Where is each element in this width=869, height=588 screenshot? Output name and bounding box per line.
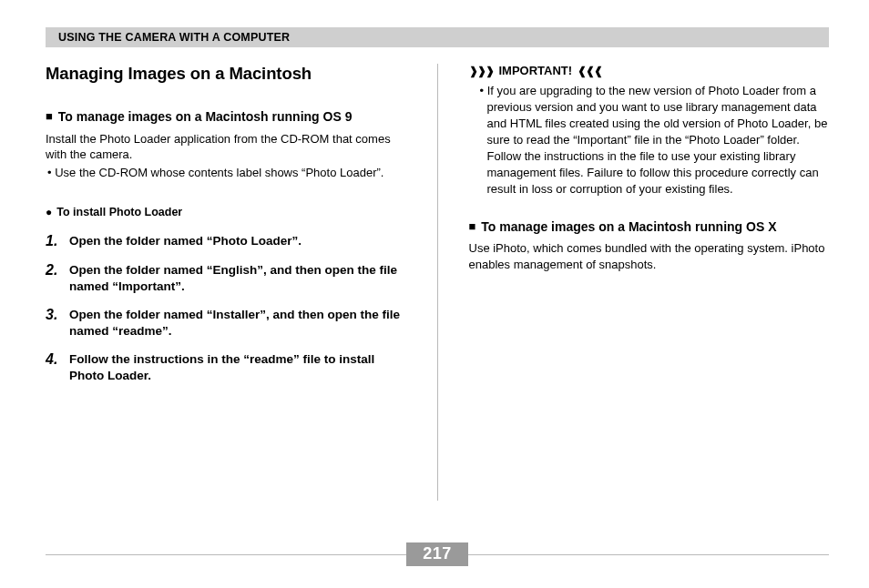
important-heading: ❱❱❱ IMPORTANT! ❰❰❰ [469, 64, 830, 77]
step-text: Open the folder named “Photo Loader”. [69, 233, 302, 249]
step-number: 2. [46, 262, 62, 279]
step-number: 1. [46, 233, 62, 249]
page-title: Managing Images on a Macintosh [46, 64, 406, 84]
install-subheading: ● To install Photo Loader [46, 206, 406, 218]
osx-body: Use iPhoto, which comes bundled with the… [469, 240, 830, 272]
footer-rule-right [468, 554, 829, 555]
square-bullet-icon: ■ [46, 109, 53, 125]
step-2: 2. Open the folder named “English”, and … [46, 262, 406, 294]
subheading-os9-text: To manage images on a Macintosh running … [58, 109, 353, 126]
important-body: • If you are upgrading to the new versio… [469, 83, 830, 198]
step-number: 3. [46, 307, 62, 323]
footer-rule-left [46, 554, 406, 555]
step-text: Follow the instructions in the “readme” … [69, 351, 406, 383]
intro-text: Install the Photo Loader application fro… [46, 131, 406, 163]
disc-bullet-icon: ● [46, 206, 52, 218]
important-label: IMPORTANT! [499, 64, 573, 77]
content-columns: Managing Images on a Macintosh ■ To mana… [46, 64, 829, 501]
subheading-os9: ■ To manage images on a Macintosh runnin… [46, 109, 406, 126]
step-number: 4. [46, 351, 62, 368]
step-text: Open the folder named “English”, and the… [69, 262, 406, 294]
step-text: Open the folder named “Installer”, and t… [69, 307, 406, 339]
step-4: 4. Follow the instructions in the “readm… [46, 351, 406, 383]
subheading-osx: ■ To manage images on a Macintosh runnin… [469, 219, 830, 236]
important-right-icon: ❰❰❰ [578, 65, 602, 77]
page-number-badge: 217 [406, 542, 468, 566]
column-divider [437, 64, 438, 501]
left-column: Managing Images on a Macintosh ■ To mana… [46, 64, 406, 501]
square-bullet-icon: ■ [469, 219, 476, 235]
section-header: USING THE CAMERA WITH A COMPUTER [46, 27, 829, 47]
step-3: 3. Open the folder named “Installer”, an… [46, 307, 406, 339]
cdrom-note: • Use the CD-ROM whose contents label sh… [46, 165, 406, 181]
subheading-osx-text: To manage images on a Macintosh running … [481, 219, 776, 236]
install-subheading-text: To install Photo Loader [56, 206, 182, 218]
important-left-icon: ❱❱❱ [469, 65, 494, 77]
step-1: 1. Open the folder named “Photo Loader”. [46, 233, 406, 249]
page-footer: 217 [46, 542, 829, 566]
right-column: ❱❱❱ IMPORTANT! ❰❰❰ • If you are upgradin… [469, 64, 830, 501]
